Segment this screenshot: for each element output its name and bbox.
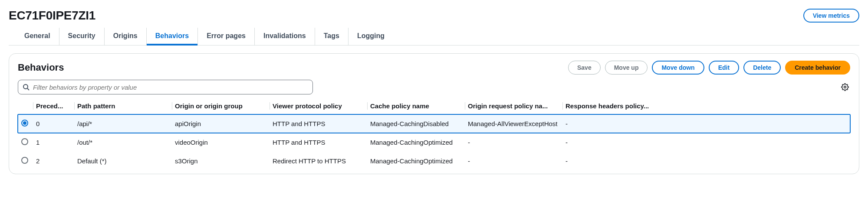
col-origin[interactable]: Origin or origin group bbox=[175, 98, 273, 114]
col-cache-policy[interactable]: Cache policy name bbox=[370, 98, 468, 114]
cell-origin-request-policy: Managed-AllViewerExceptHost bbox=[468, 114, 566, 133]
col-response-headers-policy[interactable]: Response headers policy... bbox=[566, 98, 850, 114]
tab-logging[interactable]: Logging bbox=[349, 28, 393, 45]
move-down-button[interactable]: Move down bbox=[652, 61, 704, 75]
table-row[interactable]: 2Default (*)s3OrignRedirect HTTP to HTTP… bbox=[18, 152, 850, 170]
delete-button[interactable]: Delete bbox=[743, 61, 781, 75]
cell-origin: videoOrigin bbox=[175, 133, 273, 152]
svg-line-1 bbox=[27, 88, 29, 90]
cell-response-headers-policy: - bbox=[566, 152, 850, 170]
table-row[interactable]: 1/out/*videoOriginHTTP and HTTPSManaged-… bbox=[18, 133, 850, 152]
cell-response-headers-policy: - bbox=[566, 133, 850, 152]
cell-cache-policy: Managed-CachingDisabled bbox=[370, 114, 468, 133]
filter-row bbox=[18, 80, 850, 94]
view-metrics-button[interactable]: View metrics bbox=[803, 9, 859, 23]
cell-response-headers-policy: - bbox=[566, 114, 850, 133]
cell-precedence: 2 bbox=[36, 152, 77, 170]
filter-input[interactable] bbox=[33, 84, 308, 91]
row-select-cell[interactable] bbox=[18, 114, 36, 133]
row-select-cell[interactable] bbox=[18, 133, 36, 152]
cell-origin: apiOrigin bbox=[175, 114, 273, 133]
radio-icon[interactable] bbox=[21, 138, 28, 145]
tab-error-pages[interactable]: Error pages bbox=[198, 28, 255, 45]
radio-icon[interactable] bbox=[21, 120, 28, 127]
edit-button[interactable]: Edit bbox=[709, 61, 739, 75]
col-path-pattern[interactable]: Path pattern bbox=[77, 98, 175, 114]
tab-origins[interactable]: Origins bbox=[105, 28, 147, 45]
tab-behaviors[interactable]: Behaviors bbox=[147, 28, 198, 45]
col-origin-request-policy[interactable]: Origin request policy na... bbox=[468, 98, 566, 114]
gear-icon bbox=[841, 83, 849, 91]
save-button[interactable]: Save bbox=[568, 61, 601, 75]
tab-general[interactable]: General bbox=[16, 28, 59, 45]
col-viewer-protocol[interactable]: Viewer protocol policy bbox=[273, 98, 370, 114]
cell-path-pattern: /out/* bbox=[77, 133, 175, 152]
col-select bbox=[18, 98, 36, 114]
create-behavior-button[interactable]: Create behavior bbox=[785, 61, 850, 75]
panel-title: Behaviors bbox=[18, 62, 64, 73]
radio-icon[interactable] bbox=[21, 157, 28, 164]
tab-tags[interactable]: Tags bbox=[315, 28, 349, 45]
svg-point-2 bbox=[844, 86, 846, 88]
tabs: GeneralSecurityOriginsBehaviorsError pag… bbox=[9, 28, 859, 45]
search-icon bbox=[23, 84, 30, 91]
move-up-button[interactable]: Move up bbox=[605, 61, 648, 75]
behaviors-panel: Behaviors Save Move up Move down Edit De… bbox=[9, 53, 859, 174]
filter-input-wrap[interactable] bbox=[18, 80, 313, 94]
cell-viewer-protocol: HTTP and HTTPS bbox=[273, 114, 370, 133]
col-precedence[interactable]: Preced... bbox=[36, 98, 77, 114]
cell-viewer-protocol: HTTP and HTTPS bbox=[273, 133, 370, 152]
behaviors-table: Preced... Path pattern Origin or origin … bbox=[18, 98, 850, 170]
cell-cache-policy: Managed-CachingOptimized bbox=[370, 152, 468, 170]
cell-path-pattern: Default (*) bbox=[77, 152, 175, 170]
table-row[interactable]: 0/api/*apiOriginHTTP and HTTPSManaged-Ca… bbox=[18, 114, 850, 133]
panel-head: Behaviors Save Move up Move down Edit De… bbox=[18, 61, 850, 75]
cell-origin-request-policy: - bbox=[468, 152, 566, 170]
header: EC71F0IPE7ZI1 View metrics bbox=[9, 7, 859, 28]
svg-point-0 bbox=[23, 84, 28, 89]
cell-origin-request-policy: - bbox=[468, 133, 566, 152]
cell-origin: s3Orign bbox=[175, 152, 273, 170]
cell-cache-policy: Managed-CachingOptimized bbox=[370, 133, 468, 152]
page-title: EC71F0IPE7ZI1 bbox=[9, 9, 95, 23]
cell-precedence: 0 bbox=[36, 114, 77, 133]
cell-path-pattern: /api/* bbox=[77, 114, 175, 133]
settings-button[interactable] bbox=[840, 82, 850, 92]
row-select-cell[interactable] bbox=[18, 152, 36, 170]
action-bar: Save Move up Move down Edit Delete Creat… bbox=[568, 61, 850, 75]
tab-invalidations[interactable]: Invalidations bbox=[255, 28, 315, 45]
tab-security[interactable]: Security bbox=[59, 28, 105, 45]
cell-viewer-protocol: Redirect HTTP to HTTPS bbox=[273, 152, 370, 170]
cell-precedence: 1 bbox=[36, 133, 77, 152]
